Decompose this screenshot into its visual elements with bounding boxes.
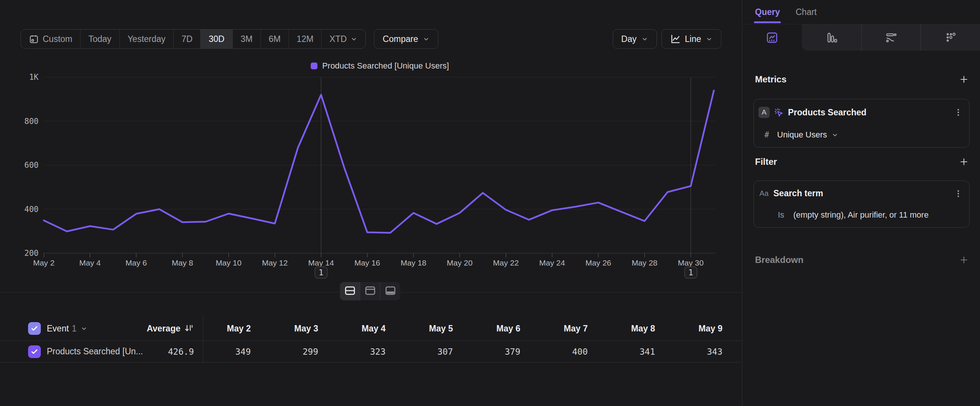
event-header-cell: Event 1 xyxy=(0,322,124,335)
analytics-app: CustomTodayYesterday7D30D3M6M12MXTD Comp… xyxy=(0,0,980,406)
add-filter-button[interactable] xyxy=(959,157,969,167)
metrics-heading: Metrics xyxy=(755,74,786,84)
filter-property-name: Search term xyxy=(773,188,950,199)
chevron-down-icon xyxy=(706,36,713,43)
check-icon xyxy=(30,347,38,356)
range-xtd-button[interactable]: XTD xyxy=(321,30,365,48)
day-column-header: May 6 xyxy=(473,323,540,334)
day-column-header: May 2 xyxy=(203,323,270,334)
report-tab-insights[interactable] xyxy=(742,24,802,51)
compare-label: Compare xyxy=(383,34,418,44)
date-range-group: CustomTodayYesterday7D30D3M6M12MXTD xyxy=(21,29,366,49)
svg-text:1: 1 xyxy=(688,268,693,277)
day-value-cell: 400 xyxy=(540,347,607,357)
day-value-cell: 379 xyxy=(473,347,540,357)
svg-text:200: 200 xyxy=(24,249,38,258)
legend-item[interactable]: Products Searched [Unique Users] xyxy=(311,61,449,71)
x-axis-labels: May 2May 4May 6May 8May 10May 12May 14Ma… xyxy=(33,253,703,267)
tab-chart[interactable]: Chart xyxy=(795,0,816,24)
svg-text:May 26: May 26 xyxy=(585,258,611,267)
day-column-header: May 3 xyxy=(270,323,338,334)
breakdown-section-header: Breakdown xyxy=(755,255,969,265)
table-column-divider xyxy=(203,316,203,363)
svg-text:400: 400 xyxy=(24,205,38,214)
range-7d-button[interactable]: 7D xyxy=(174,30,200,48)
day-value-cell: 299 xyxy=(270,347,338,357)
day-value-cell: 349 xyxy=(203,347,270,357)
chevron-down-icon xyxy=(641,36,648,43)
average-value-cell: 426.9 xyxy=(124,347,203,357)
svg-text:600: 600 xyxy=(24,161,38,170)
filter-menu-button[interactable] xyxy=(953,189,963,199)
breakdown-heading: Breakdown xyxy=(755,255,803,265)
add-breakdown-button[interactable] xyxy=(959,255,969,265)
insights-icon xyxy=(766,32,778,44)
day-value-cell: 343 xyxy=(675,347,742,357)
table-header-row: Event 1 Average May 2May 3May 4May 5May … xyxy=(0,317,742,341)
filter-heading: Filter xyxy=(755,156,777,167)
report-tab-flows[interactable] xyxy=(861,24,921,51)
range-custom-button[interactable]: Custom xyxy=(21,30,81,48)
metric-card[interactable]: A Products Searched # Unique Users xyxy=(754,99,969,148)
range-12m-button[interactable]: 12M xyxy=(289,30,322,48)
metric-letter-badge: A xyxy=(758,107,770,118)
event-cursor-icon xyxy=(773,107,784,118)
chart-type-dropdown[interactable]: Line xyxy=(662,29,721,49)
annotation-badge[interactable]: 1 xyxy=(685,267,697,278)
split-horizontal-icon xyxy=(344,286,356,297)
annotation-badges: 11 xyxy=(315,267,697,278)
svg-text:May 22: May 22 xyxy=(493,258,519,267)
day-column-header: May 9 xyxy=(675,323,742,334)
filter-card[interactable]: Aa Search term Is (empty string), Air pu… xyxy=(754,180,969,228)
svg-text:800: 800 xyxy=(24,117,38,126)
retention-icon xyxy=(945,32,956,43)
average-header-cell[interactable]: Average xyxy=(124,323,203,334)
legend-label: Products Searched [Unique Users] xyxy=(322,61,449,71)
add-metric-button[interactable] xyxy=(959,75,969,84)
layout-toggle-group xyxy=(340,282,400,300)
gridlines xyxy=(44,77,716,253)
select-all-checkbox[interactable] xyxy=(28,322,41,335)
annotation-badge[interactable]: 1 xyxy=(315,267,327,278)
tab-query[interactable]: Query xyxy=(755,0,780,24)
trend-chart: 1K800600400200May 2May 4May 6May 8May 10… xyxy=(0,71,742,288)
layout-split-horizontal-button[interactable] xyxy=(340,282,360,300)
series-checkbox[interactable] xyxy=(28,345,41,358)
svg-text:May 18: May 18 xyxy=(401,258,426,267)
range-30d-button[interactable]: 30D xyxy=(200,30,232,48)
range-today-button[interactable]: Today xyxy=(81,30,119,48)
event-dropdown[interactable]: Event 1 xyxy=(47,323,88,334)
date-toolbar: CustomTodayYesterday7D30D3M6M12MXTD Comp… xyxy=(21,29,438,49)
aggregation-dropdown[interactable]: Unique Users xyxy=(777,130,838,140)
range-6m-button[interactable]: 6M xyxy=(261,30,289,48)
layout-panel-bottom-button[interactable] xyxy=(380,282,400,300)
panel-tabs: Query Chart xyxy=(742,0,980,24)
filter-operator[interactable]: Is xyxy=(778,210,784,220)
granularity-dropdown[interactable]: Day xyxy=(613,29,657,49)
y-axis-labels: 1K800600400200 xyxy=(24,73,38,258)
day-value-cell: 323 xyxy=(338,347,405,357)
compare-button[interactable]: Compare xyxy=(374,29,438,49)
report-main: CustomTodayYesterday7D30D3M6M12MXTD Comp… xyxy=(0,0,742,406)
svg-text:1: 1 xyxy=(318,268,323,277)
day-value-cell: 341 xyxy=(607,347,675,357)
chevron-down-icon xyxy=(423,36,430,43)
range-3m-button[interactable]: 3M xyxy=(233,30,261,48)
granularity-label: Day xyxy=(621,34,637,44)
filter-section-header: Filter xyxy=(755,156,969,167)
svg-text:May 16: May 16 xyxy=(355,258,380,267)
check-icon xyxy=(30,324,38,333)
chart-type-label: Line xyxy=(685,34,701,44)
range-yesterday-button[interactable]: Yesterday xyxy=(120,30,174,48)
report-tab-funnels[interactable] xyxy=(802,24,861,51)
metric-menu-button[interactable] xyxy=(953,107,963,117)
day-value-cell: 307 xyxy=(405,347,473,357)
query-builder-panel: Query Chart Metrics A Products Searched xyxy=(742,0,980,406)
report-tab-retention[interactable] xyxy=(921,24,980,51)
series-name-cell: Products Searched [Un... xyxy=(0,345,124,358)
layout-panel-top-button[interactable] xyxy=(360,282,380,300)
filter-value[interactable]: (empty string), Air purifier, or 11 more xyxy=(793,210,929,220)
hash-icon: # xyxy=(764,131,773,139)
svg-text:May 4: May 4 xyxy=(80,258,101,267)
svg-text:1K: 1K xyxy=(29,73,39,82)
